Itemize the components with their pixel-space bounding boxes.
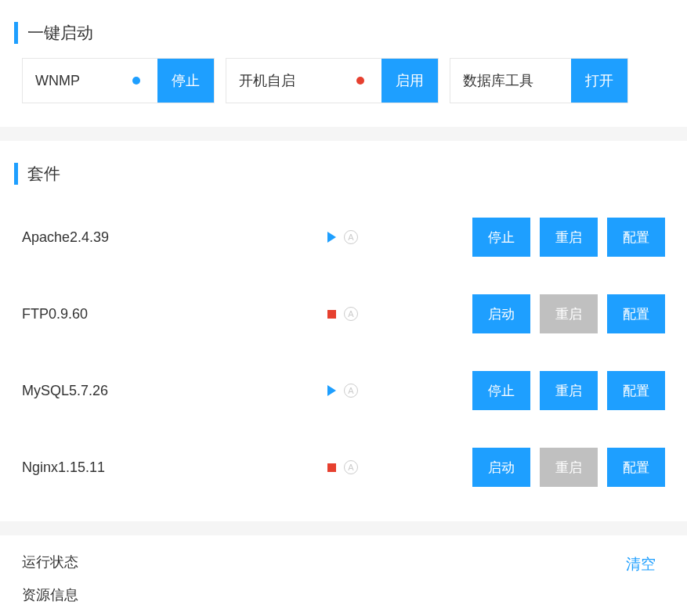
circle-a-icon: A: [344, 384, 358, 398]
stop-icon: [327, 463, 336, 472]
play-icon: [327, 385, 336, 396]
circle-a-icon: A: [344, 460, 358, 474]
service-row: FTP0.9.60A启动重启配置: [22, 276, 665, 352]
bottom-tabs: 运行状态 资源信息 日志文件: [22, 553, 78, 616]
service-name: Apache2.4.39: [22, 229, 327, 246]
service-toggle-button[interactable]: 停止: [472, 218, 530, 257]
wnmp-stop-button[interactable]: 停止: [157, 59, 214, 103]
clear-link[interactable]: 清空: [626, 554, 656, 575]
service-restart-button[interactable]: 重启: [540, 448, 598, 487]
status-dot-running-icon: [132, 77, 140, 85]
autostart-control: 开机自启 启用: [226, 58, 439, 103]
circle-a-icon: A: [344, 307, 358, 321]
wnmp-label: WNMP: [23, 59, 157, 103]
service-toggle-button[interactable]: 停止: [472, 371, 530, 410]
service-row: Apache2.4.39A停止重启配置: [22, 199, 665, 276]
circle-a-icon: A: [344, 230, 358, 244]
dbtool-label: 数据库工具: [450, 59, 571, 103]
play-icon: [327, 232, 336, 243]
service-name: MySQL5.7.26: [22, 383, 327, 399]
services-list: Apache2.4.39A停止重启配置FTP0.9.60A启动重启配置MySQL…: [0, 199, 687, 521]
service-row: MySQL5.7.26A停止重启配置: [22, 352, 665, 429]
service-restart-button[interactable]: 重启: [540, 218, 598, 257]
suite-title: 套件: [27, 163, 60, 185]
service-restart-button[interactable]: 重启: [540, 371, 598, 410]
service-toggle-button[interactable]: 启动: [472, 294, 530, 333]
service-config-button[interactable]: 配置: [607, 448, 665, 487]
service-row: Nginx1.15.11A启动重启配置: [22, 429, 665, 506]
stop-icon: [327, 310, 336, 319]
service-status: A: [327, 460, 384, 474]
suite-header: 套件: [0, 141, 687, 199]
service-name: FTP0.9.60: [22, 306, 327, 322]
accent-bar: [14, 22, 18, 44]
suite-section: 套件 Apache2.4.39A停止重启配置FTP0.9.60A启动重启配置My…: [0, 141, 687, 521]
service-buttons: 停止重启配置: [472, 371, 665, 410]
service-status: A: [327, 307, 384, 321]
quick-start-header: 一键启动: [0, 0, 687, 58]
dbtool-open-button[interactable]: 打开: [571, 59, 627, 103]
status-dot-stopped-icon: [356, 77, 364, 85]
accent-bar: [14, 163, 18, 185]
service-name: Nginx1.15.11: [22, 459, 327, 476]
service-restart-button[interactable]: 重启: [540, 294, 598, 333]
divider: [0, 521, 687, 535]
top-controls: WNMP 停止 开机自启 启用 数据库工具 打开: [0, 58, 687, 127]
divider: [0, 127, 687, 141]
tab-resource-info[interactable]: 资源信息: [22, 585, 78, 604]
bottom-panel: 运行状态 资源信息 日志文件 清空: [0, 535, 687, 616]
dbtool-control: 数据库工具 打开: [450, 58, 628, 103]
service-config-button[interactable]: 配置: [607, 218, 665, 257]
wnmp-control: WNMP 停止: [22, 58, 215, 103]
service-toggle-button[interactable]: 启动: [472, 448, 530, 487]
service-config-button[interactable]: 配置: [607, 294, 665, 333]
tab-run-status[interactable]: 运行状态: [22, 553, 78, 571]
service-status: A: [327, 230, 384, 244]
autostart-enable-button[interactable]: 启用: [381, 59, 438, 103]
autostart-label: 开机自启: [226, 59, 381, 103]
service-buttons: 停止重启配置: [472, 218, 665, 257]
service-buttons: 启动重启配置: [472, 294, 665, 333]
service-config-button[interactable]: 配置: [607, 371, 665, 410]
wnmp-label-text: WNMP: [35, 73, 80, 89]
service-buttons: 启动重启配置: [472, 448, 665, 487]
quick-start-title: 一键启动: [27, 22, 93, 44]
service-status: A: [327, 384, 384, 398]
autostart-label-text: 开机自启: [239, 71, 295, 90]
quick-start-section: 一键启动 WNMP 停止 开机自启 启用 数据库工具 打开: [0, 0, 687, 127]
